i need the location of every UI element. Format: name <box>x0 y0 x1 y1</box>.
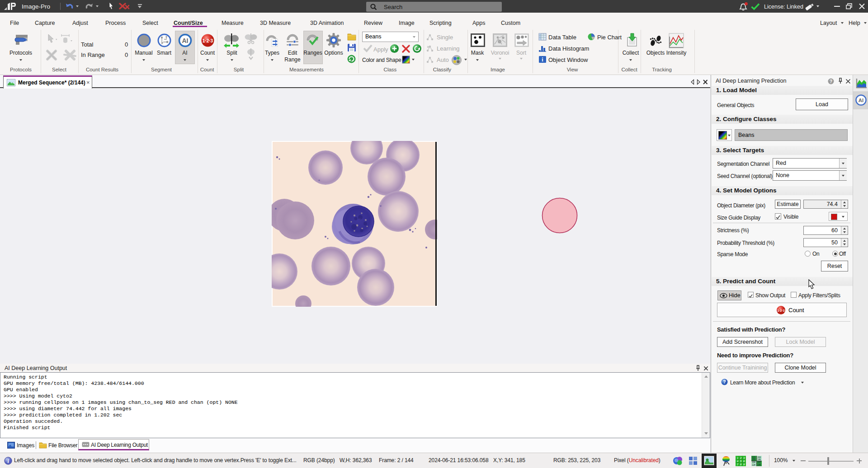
svg-text:1·2·3: 1·2·3 <box>203 38 213 43</box>
svg-text:AI: AI <box>859 98 863 103</box>
svg-text:185: 185 <box>757 463 761 466</box>
svg-text:128: 128 <box>752 463 755 466</box>
svg-text:AI: AI <box>182 37 189 44</box>
svg-text:1·2·3: 1·2·3 <box>778 309 785 312</box>
svg-text:?: ? <box>830 79 832 84</box>
svg-text:?: ? <box>723 379 726 384</box>
